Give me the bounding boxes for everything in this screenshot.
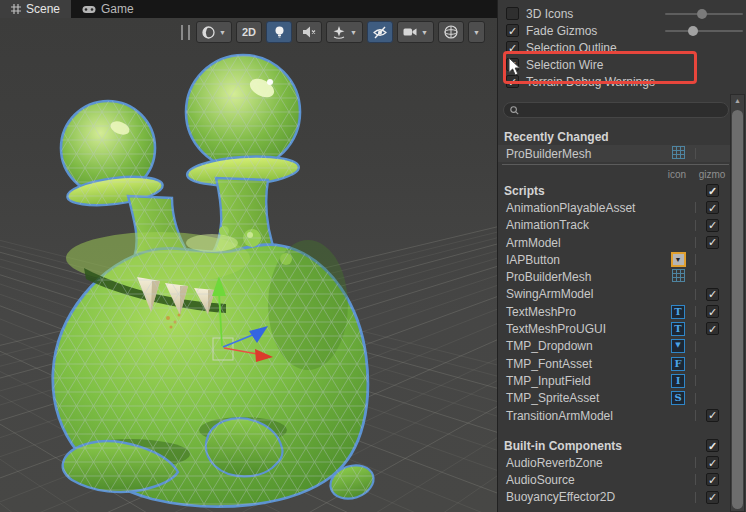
gizmo-checkbox-animationtrack[interactable]: ✓ xyxy=(706,219,719,232)
gizmos-dropdown-button[interactable]: ▼ xyxy=(468,21,485,43)
gizmo-row-textmeshprougui[interactable]: TextMeshProUGUIT✓ xyxy=(498,320,731,337)
option-row-selection-wire[interactable]: ✓Selection Wire xyxy=(498,56,731,73)
scrollbar-up-arrow[interactable]: ▲ xyxy=(731,97,744,104)
row-icon-slot[interactable]: I xyxy=(669,372,687,389)
slider-fade-gizmos[interactable] xyxy=(665,30,743,32)
gizmo-row-probuildermesh[interactable]: ProBuilderMesh xyxy=(498,145,731,162)
lighting-button[interactable] xyxy=(266,21,292,43)
gamepad-icon xyxy=(82,5,96,14)
gizmo-row-audioreverbzone[interactable]: AudioReverbZone✓ xyxy=(498,454,731,471)
camera-button[interactable]: ▼ xyxy=(397,21,434,43)
gizmo-row-textmeshpro[interactable]: TextMeshProT✓ xyxy=(498,303,731,320)
probuilder-grid-icon[interactable] xyxy=(672,269,685,285)
option-row-selection-outline[interactable]: ✓Selection Outline xyxy=(498,39,731,56)
gizmo-checkbox-animationplayableasset[interactable]: ✓ xyxy=(706,201,719,214)
gizmo-row-transitionarmmodel[interactable]: TransitionArmModel✓ xyxy=(498,407,731,424)
gizmo-row-buoyancyeffector2d[interactable]: BuoyancyEffector2D✓ xyxy=(498,489,731,506)
panel-scrollbar[interactable]: ▲ xyxy=(730,94,745,512)
row-icon-slot[interactable]: S xyxy=(669,390,687,407)
gizmo-row-audiosource[interactable]: AudioSource✓ xyxy=(498,471,731,488)
row-label: ProBuilderMesh xyxy=(506,147,591,161)
option-row-3d-icons[interactable]: 3D Icons xyxy=(498,5,731,22)
iap-button-icon[interactable]: ▼ xyxy=(671,252,686,267)
audio-button[interactable] xyxy=(296,21,322,43)
gizmo-row-iapbutton[interactable]: IAPButton▼ xyxy=(498,251,731,268)
row-icon-slot[interactable]: ▼ xyxy=(669,251,687,268)
row-icon-slot[interactable] xyxy=(669,269,687,286)
checkbox-fade-gizmos[interactable]: ✓ xyxy=(506,24,519,37)
checkbox-terrain-debug-warnings[interactable]: ✓ xyxy=(506,75,519,88)
tmp-letter-icon[interactable]: T xyxy=(671,322,685,336)
checkbox-3d-icons[interactable] xyxy=(506,7,519,20)
chevron-down-icon: ▼ xyxy=(421,29,428,36)
2d-button[interactable]: 2D xyxy=(236,21,262,43)
chevron-down-icon: ▼ xyxy=(219,29,226,36)
icon-column-divider xyxy=(695,358,696,369)
row-icon-slot[interactable]: F xyxy=(669,355,687,372)
gizmo-checkbox-audioreverbzone[interactable]: ✓ xyxy=(706,456,719,469)
section-title: Scripts xyxy=(504,184,545,198)
visibility-button[interactable] xyxy=(367,21,393,43)
tmp-letter-icon[interactable]: F xyxy=(671,357,685,371)
section-gizmo-checkbox[interactable]: ✓ xyxy=(706,184,719,197)
section-gap xyxy=(498,424,731,437)
gizmo-checkbox-armmodel[interactable]: ✓ xyxy=(706,236,719,249)
section-divider xyxy=(502,164,729,165)
slider-thumb[interactable] xyxy=(697,9,707,19)
gizmo-row-tmp-fontasset[interactable]: TMP_FontAssetF xyxy=(498,355,731,372)
gizmo-search-field[interactable] xyxy=(503,102,729,118)
tmp-letter-icon[interactable]: I xyxy=(671,374,685,388)
gizmo-row-tmp-spriteasset[interactable]: TMP_SpriteAssetS xyxy=(498,390,731,407)
gizmos-button[interactable] xyxy=(438,21,464,43)
probuilder-grid-icon[interactable] xyxy=(672,146,685,162)
gizmo-checkbox-textmeshprougui[interactable]: ✓ xyxy=(706,322,719,335)
gizmo-checkbox-swingarmmodel[interactable]: ✓ xyxy=(706,288,719,301)
row-label: BuoyancyEffector2D xyxy=(506,490,615,504)
scene-toolbar: ▼ 2D ▼ xyxy=(181,20,485,44)
checkbox-selection-outline[interactable]: ✓ xyxy=(506,41,519,54)
section-header-scripts: Scripts✓ xyxy=(498,182,731,199)
gizmo-row-animationplayableasset[interactable]: AnimationPlayableAsset✓ xyxy=(498,199,731,216)
gizmo-row-armmodel[interactable]: ArmModel✓ xyxy=(498,234,731,251)
checkbox-selection-wire[interactable]: ✓ xyxy=(506,58,519,71)
monster-model[interactable] xyxy=(30,40,390,512)
gizmo-checkbox-buoyancyeffector2d[interactable]: ✓ xyxy=(706,491,719,504)
scrollbar-thumb[interactable] xyxy=(732,110,743,509)
tmp-letter-icon[interactable]: S xyxy=(671,391,685,405)
option-row-terrain-debug-warnings[interactable]: ✓Terrain Debug Warnings xyxy=(498,73,731,90)
tab-game-label: Game xyxy=(101,2,134,16)
section-gizmo-checkbox[interactable]: ✓ xyxy=(706,439,719,452)
effects-button[interactable]: ▼ xyxy=(326,21,363,43)
gizmo-row-swingarmmodel[interactable]: SwingArmModel✓ xyxy=(498,286,731,303)
gizmo-checkbox-textmeshpro[interactable]: ✓ xyxy=(706,305,719,318)
icon-column-divider xyxy=(695,202,696,213)
icon-column-divider xyxy=(695,271,696,282)
gizmo-checkbox-transitionarmmodel[interactable]: ✓ xyxy=(706,409,719,422)
slider-3d-icons[interactable] xyxy=(665,13,743,15)
shaded-sphere-icon xyxy=(202,26,215,39)
row-label: TMP_FontAsset xyxy=(506,357,592,371)
row-icon-slot[interactable]: ▼ xyxy=(669,338,687,355)
gizmo-checkbox-audiosource[interactable]: ✓ xyxy=(706,473,719,486)
row-icon-slot[interactable]: T xyxy=(669,321,687,338)
gizmo-row-tmp-inputfield[interactable]: TMP_InputFieldI xyxy=(498,372,731,389)
option-row-fade-gizmos[interactable]: ✓Fade Gizmos xyxy=(498,22,731,39)
gizmo-row-animationtrack[interactable]: AnimationTrack✓ xyxy=(498,217,731,234)
row-icon-slot[interactable] xyxy=(669,145,687,162)
toolbar-drag-handle[interactable] xyxy=(181,25,190,40)
tab-scene-label: Scene xyxy=(26,2,60,16)
row-icon-slot[interactable]: T xyxy=(669,303,687,320)
tmp-letter-icon[interactable]: ▼ xyxy=(671,339,685,353)
icon-column-divider xyxy=(695,474,696,485)
row-label: AnimationTrack xyxy=(506,218,589,232)
tab-game[interactable]: Game xyxy=(71,0,145,18)
tab-scene[interactable]: Scene xyxy=(0,0,71,18)
section-title: Recently Changed xyxy=(504,130,609,144)
row-label: AnimationPlayableAsset xyxy=(506,201,635,215)
slider-thumb[interactable] xyxy=(688,26,698,36)
shading-mode-button[interactable]: ▼ xyxy=(196,21,232,43)
gizmo-row-tmp-dropdown[interactable]: TMP_Dropdown▼ xyxy=(498,338,731,355)
gizmo-row-probuildermesh[interactable]: ProBuilderMesh xyxy=(498,268,731,285)
icon-column-divider xyxy=(695,393,696,404)
tmp-letter-icon[interactable]: T xyxy=(671,305,685,319)
